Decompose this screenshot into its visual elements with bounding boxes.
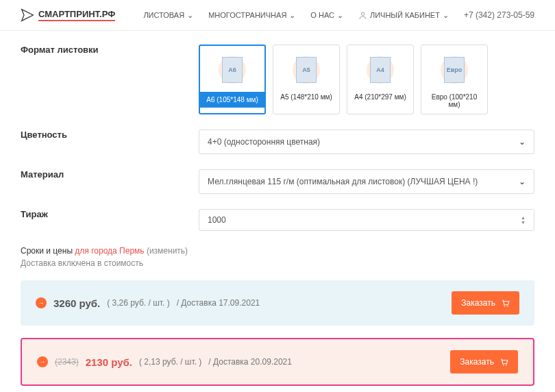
chevron-down-icon: ⌄ xyxy=(187,11,193,20)
order-button[interactable]: Заказать xyxy=(452,291,519,315)
svg-point-3 xyxy=(503,365,504,366)
header: СМАРТПРИНТ.РФ ЛИСТОВАЯ ⌄ МНОГОСТРАНИЧНАЯ… xyxy=(0,0,555,31)
color-select[interactable]: 4+0 (односторонняя цветная) ⌄ xyxy=(199,130,534,154)
logo[interactable]: СМАРТПРИНТ.РФ xyxy=(21,8,115,22)
chevron-down-icon: ⌄ xyxy=(289,11,295,20)
nav-account[interactable]: ЛИЧНЫЙ КАБИНЕТ ⌄ xyxy=(358,11,449,20)
chevron-down-icon: ⌄ xyxy=(443,11,449,20)
cart-icon xyxy=(500,358,508,367)
format-a5[interactable]: A5 А5 (148*210 мм) xyxy=(273,45,340,114)
user-icon xyxy=(358,11,367,20)
logo-text: СМАРТПРИНТ.РФ xyxy=(38,9,115,21)
nav-about[interactable]: О НАС ⌄ xyxy=(310,11,343,20)
cart-icon xyxy=(501,299,510,308)
price-old: (2343) xyxy=(55,357,79,367)
price-per-unit: ( 3,26 руб. / шт. ) xyxy=(107,298,169,308)
qty-stepper[interactable]: 1000 ▲▼ xyxy=(199,209,534,231)
price-option-cheap: → (2343) 2130 руб. ( 2,13 руб. / шт. ) /… xyxy=(21,338,534,386)
price-delivery-date: / Доставка 20.09.2021 xyxy=(208,357,292,367)
material-label: Материал xyxy=(21,169,199,194)
main-nav: ЛИСТОВАЯ ⌄ МНОГОСТРАНИЧНАЯ ⌄ О НАС ⌄ ЛИЧ… xyxy=(143,10,534,20)
svg-point-2 xyxy=(507,306,508,307)
format-label: Формат листовки xyxy=(21,45,199,114)
terms-title: Сроки и цены xyxy=(21,246,73,256)
price-value: 2130 руб. xyxy=(86,356,132,368)
color-label: Цветность xyxy=(21,130,199,154)
nav-sheet[interactable]: ЛИСТОВАЯ ⌄ xyxy=(143,11,193,20)
material-select[interactable]: Мел.глянцевая 115 г/м (оптимальная для л… xyxy=(199,169,534,194)
nav-multipage[interactable]: МНОГОСТРАНИЧНАЯ ⌄ xyxy=(208,11,295,20)
format-euro[interactable]: Евро Евро (100*210 мм) xyxy=(421,45,488,114)
svg-point-4 xyxy=(506,365,507,366)
qty-label: Тираж xyxy=(21,209,199,231)
delivery-note: Доставка включена в стоимость xyxy=(21,258,534,268)
price-per-unit: ( 2,13 руб. / шт. ) xyxy=(139,357,201,367)
format-options: A6 А6 (105*148 мм) A5 А5 (148*210 мм) A4… xyxy=(199,45,534,114)
chevron-down-icon: ⌄ xyxy=(337,11,343,20)
terms-block: Сроки и цены для города Пермь (изменить)… xyxy=(21,246,534,268)
svg-point-0 xyxy=(361,12,364,15)
terms-city: для города Пермь xyxy=(75,246,144,256)
paper-plane-icon xyxy=(21,8,34,22)
order-button[interactable]: Заказать xyxy=(450,350,518,373)
arrow-right-icon: → xyxy=(37,356,48,367)
change-city-link[interactable]: (изменить) xyxy=(147,246,188,256)
price-value: 3260 руб. xyxy=(53,297,100,309)
chevron-down-icon: ⌄ xyxy=(519,177,526,186)
price-delivery-date: / Доставка 17.09.2021 xyxy=(177,298,260,308)
chevron-down-icon: ⌄ xyxy=(519,137,526,147)
price-option-fast: → 3260 руб. ( 3,26 руб. / шт. ) / Достав… xyxy=(21,280,534,326)
format-a4[interactable]: A4 А4 (210*297 мм) xyxy=(347,45,414,114)
stepper-arrows-icon[interactable]: ▲▼ xyxy=(521,215,526,225)
format-a6[interactable]: A6 А6 (105*148 мм) xyxy=(199,45,266,114)
arrow-right-icon: → xyxy=(36,297,47,308)
phone-number: +7 (342) 273-05-59 xyxy=(464,10,534,20)
svg-point-1 xyxy=(504,306,506,307)
